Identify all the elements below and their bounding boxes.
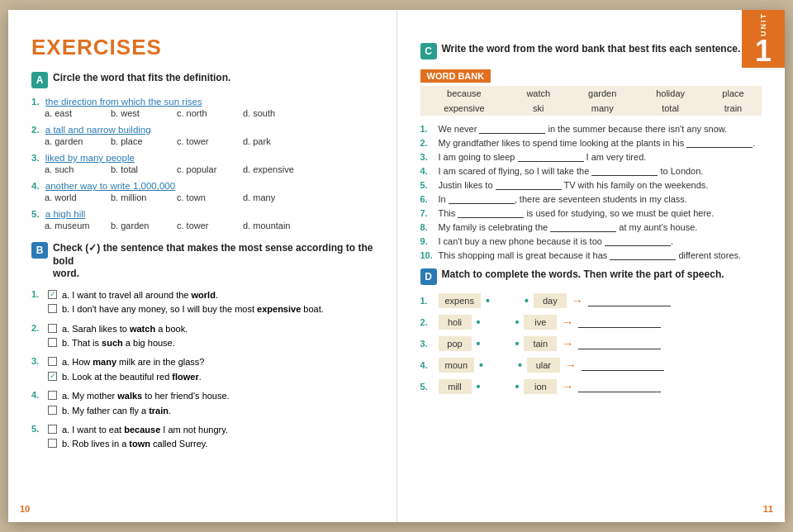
section-c-item-6: 6. In , there are seventeen students in … — [420, 194, 762, 204]
section-a-item-5-def: a high hill — [45, 209, 86, 219]
word-bank-row-2: expensive ski many total train — [420, 101, 762, 116]
section-a-item-2-options: a. garden b. place c. tower d. park — [45, 136, 373, 146]
checkbox-1b[interactable] — [48, 304, 57, 313]
section-a-item-1-def: the direction from which the sun rises — [45, 97, 202, 107]
section-c-item-2: 2. My grandfather likes to spend time lo… — [420, 138, 762, 148]
section-a-item-2-def: a tall and narrow building — [45, 125, 151, 135]
checkbox-4b[interactable] — [48, 406, 57, 415]
section-d-items: 1. expens • • day → 2. holi • • ive → 3. — [420, 293, 762, 394]
section-a-instruction: Circle the word that fits the definition… — [53, 72, 230, 85]
section-a-item-1-options: a. east b. west c. north d. south — [45, 108, 373, 118]
section-d-item-5: 5. mill • • ion → — [420, 379, 762, 394]
section-d-item-4: 4. moun • • ular → — [420, 358, 762, 373]
section-d-label: D — [420, 268, 437, 285]
section-c-item-10: 10. This shopping mall is great because … — [420, 250, 762, 260]
checkbox-4a[interactable] — [48, 391, 57, 400]
section-b-item-1: 1. ✓ a. I want to travel all around the … — [31, 289, 373, 316]
checkbox-3b[interactable]: ✓ — [48, 372, 57, 381]
section-a-item-3: 3. liked by many people a. such b. total… — [31, 153, 373, 174]
page-left: EXERCISES A Circle the word that fits th… — [8, 10, 397, 522]
unit-badge: UNIT 1 — [742, 10, 785, 68]
page-number-left: 10 — [20, 504, 30, 514]
word-bank-row-1: because watch garden holiday place — [420, 86, 762, 101]
section-a-header: A Circle the word that fits the definiti… — [31, 72, 373, 88]
checkbox-5a[interactable] — [48, 425, 57, 434]
word-bank-container: WORD BANK because watch garden holiday p… — [420, 68, 762, 116]
section-a-item-5: 5. a high hill a. museum b. garden c. to… — [31, 209, 373, 230]
section-d-item-3: 3. pop • • tain → — [420, 336, 762, 351]
section-d-header: D Match to complete the words. Then writ… — [420, 268, 762, 285]
section-c-item-7: 7. This is used for studying, so we must… — [420, 208, 762, 218]
section-a-items: 1. the direction from which the sun rise… — [31, 97, 373, 230]
section-c-header: C Write the word from the word bank that… — [420, 43, 762, 59]
section-d-instruction: Match to complete the words. Then write … — [442, 268, 724, 282]
unit-label: UNIT — [759, 12, 767, 36]
page-number-right: 11 — [763, 504, 773, 514]
section-a-item-1: 1. the direction from which the sun rise… — [31, 97, 373, 118]
section-b-item-2: 2. a. Sarah likes to watch a book. b. Th… — [31, 323, 373, 350]
section-b-item-5: 5. a. I want to eat because I am not hun… — [31, 424, 373, 451]
checkbox-3a[interactable] — [48, 357, 57, 366]
section-a-item-3-options: a. such b. total c. popular d. expensive — [45, 164, 373, 174]
word-bank-table: because watch garden holiday place expen… — [420, 86, 762, 116]
section-c-label: C — [420, 43, 437, 59]
section-c-item-9: 9. I can't buy a new phone because it is… — [420, 236, 762, 246]
checkbox-2b[interactable] — [48, 338, 57, 347]
section-b-header: B Check (✓) the sentence that makes the … — [31, 242, 373, 281]
section-b-instruction: Check (✓) the sentence that makes the mo… — [53, 242, 373, 281]
section-c-instruction: Write the word from the word bank that b… — [442, 43, 741, 56]
section-d-item-1: 1. expens • • day → — [420, 293, 762, 308]
checkbox-5b[interactable] — [48, 439, 57, 448]
section-a-item-3-def: liked by many people — [45, 153, 135, 163]
exercises-title: EXERCISES — [31, 35, 373, 60]
section-c-items: 1. We never in the summer because there … — [420, 124, 762, 260]
section-c-item-8: 8. My family is celebrating the at my au… — [420, 222, 762, 232]
section-c-item-4: 4. I am scared of flying, so I will take… — [420, 166, 762, 176]
section-b-label: B — [31, 242, 48, 259]
section-a-item-4-def: another way to write 1,000,000 — [45, 181, 175, 191]
checkbox-1a[interactable]: ✓ — [48, 290, 57, 299]
section-a-item-2: 2. a tall and narrow building a. garden … — [31, 125, 373, 146]
book-spread: EXERCISES A Circle the word that fits th… — [8, 10, 785, 522]
section-a-item-4-options: a. world b. million c. town d. many — [45, 192, 373, 202]
section-a-item-5-options: a. museum b. garden c. tower d. mountain — [45, 221, 373, 230]
unit-number: 1 — [755, 36, 772, 66]
section-b-item-3: 3. a. How many milk are in the glass? ✓ … — [31, 356, 373, 383]
section-b-items: 1. ✓ a. I want to travel all around the … — [31, 289, 373, 451]
section-c-item-5: 5. Justin likes to TV with his family on… — [420, 180, 762, 190]
checkbox-2a[interactable] — [48, 324, 57, 333]
section-a-label: A — [31, 72, 48, 88]
section-c-item-1: 1. We never in the summer because there … — [420, 124, 762, 134]
section-b-item-4: 4. a. My mother walks to her friend's ho… — [31, 390, 373, 417]
section-c-item-3: 3. I am going to sleep I am very tired. — [420, 152, 762, 162]
word-bank-label: WORD BANK — [420, 69, 491, 83]
section-a-item-4: 4. another way to write 1,000,000 a. wor… — [31, 181, 373, 202]
page-right: UNIT 1 C Write the word from the word ba… — [397, 10, 786, 522]
section-d-item-2: 2. holi • • ive → — [420, 315, 762, 330]
